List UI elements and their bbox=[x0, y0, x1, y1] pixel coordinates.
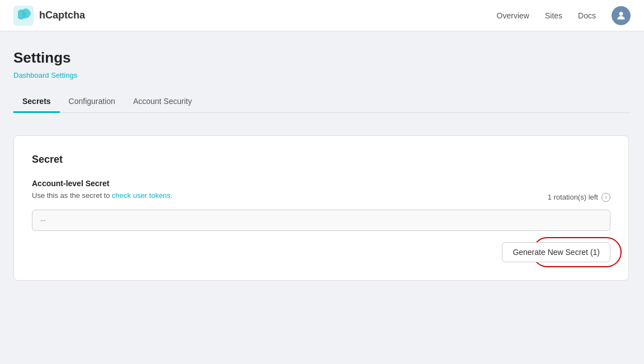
check-tokens-link[interactable]: check user tokens bbox=[112, 191, 171, 200]
main-content: Settings Dashboard Settings Secrets Conf… bbox=[0, 31, 644, 294]
brand-name: hCaptcha bbox=[39, 10, 85, 21]
secret-input[interactable] bbox=[32, 210, 610, 231]
card-title: Secret bbox=[32, 154, 610, 166]
user-avatar[interactable] bbox=[612, 6, 631, 25]
svg-point-1 bbox=[619, 12, 623, 16]
page-title: Settings bbox=[13, 49, 631, 67]
breadcrumb[interactable]: Dashboard Settings bbox=[13, 71, 77, 79]
secret-label: Account-level Secret bbox=[32, 179, 610, 188]
tab-configuration[interactable]: Configuration bbox=[60, 91, 124, 113]
hcaptcha-logo-icon bbox=[13, 6, 34, 26]
secret-description: Use this as the secret to check user tok… bbox=[32, 191, 172, 200]
nav-overview[interactable]: Overview bbox=[497, 11, 529, 20]
nav-area: Overview Sites Docs bbox=[497, 6, 631, 25]
secret-desc-prefix: Use this as the secret to bbox=[32, 191, 112, 200]
generate-secret-button[interactable]: Generate New Secret (1) bbox=[502, 242, 610, 262]
card-footer: Generate New Secret (1) bbox=[32, 242, 610, 262]
header: hCaptcha Overview Sites Docs bbox=[0, 0, 644, 31]
tab-account-security[interactable]: Account Security bbox=[124, 91, 201, 113]
rotations-text: 1 rotation(s) left bbox=[548, 193, 598, 201]
secret-desc-suffix: . bbox=[171, 191, 173, 200]
info-icon[interactable]: i bbox=[601, 193, 610, 202]
rotations-row: Use this as the secret to check user tok… bbox=[32, 191, 610, 203]
nav-docs[interactable]: Docs bbox=[578, 11, 596, 20]
nav-sites[interactable]: Sites bbox=[545, 11, 562, 20]
tab-secrets[interactable]: Secrets bbox=[13, 91, 60, 113]
tab-bar: Secrets Configuration Account Security bbox=[13, 91, 631, 113]
brand-area: hCaptcha bbox=[13, 6, 85, 26]
secret-card: Secret Account-level Secret Use this as … bbox=[13, 135, 629, 281]
rotations-info: 1 rotation(s) left i bbox=[548, 193, 610, 202]
